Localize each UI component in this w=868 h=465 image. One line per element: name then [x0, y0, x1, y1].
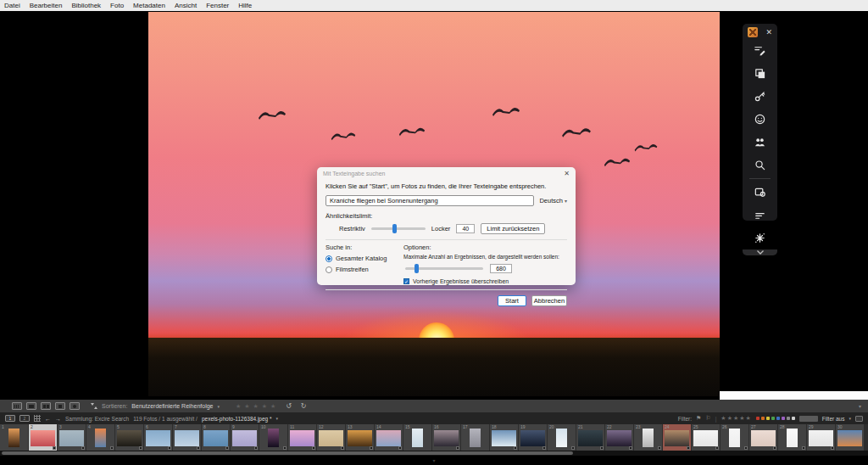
filmstrip-thumbnail[interactable]: 16	[432, 424, 460, 451]
filmstrip-thumbnail[interactable]: 25	[692, 424, 720, 451]
filmstrip-thumbnail[interactable]: 24	[663, 424, 691, 451]
similarity-value-field[interactable]: 40	[456, 224, 475, 233]
max-results-slider[interactable]	[405, 267, 483, 270]
filmstrip-thumbnail[interactable]: 3	[58, 424, 86, 451]
grid-view-icon[interactable]	[12, 402, 22, 410]
compare-view-icon[interactable]	[41, 402, 51, 410]
find-duplicates-icon[interactable]	[743, 62, 777, 85]
filmstrip-thumbnail[interactable]: 7	[173, 424, 201, 451]
collection-breadcrumb[interactable]: Sammlung: Excire Search	[65, 416, 129, 422]
color-label-dot[interactable]	[766, 417, 770, 420]
survey-view-icon[interactable]	[55, 402, 65, 410]
thumbnail-badge-icon	[658, 446, 661, 450]
filmstrip-thumbnail[interactable]: 1	[0, 424, 28, 451]
rating-stars[interactable]: ★ ★ ★ ★ ★	[236, 403, 276, 410]
start-button[interactable]: Start	[498, 295, 526, 306]
filmstrip-thumbnail[interactable]: 2	[29, 424, 57, 451]
color-label-dot[interactable]	[771, 417, 775, 420]
filmstrip-thumbnail[interactable]: 28	[778, 424, 806, 451]
sort-direction-icon[interactable]	[91, 402, 97, 411]
filmstrip-thumbnail[interactable]: 4	[86, 424, 114, 451]
menu-bearbeiten[interactable]: Bearbeiten	[30, 2, 63, 9]
language-dropdown[interactable]: Deutsch ▾	[539, 197, 567, 204]
filmstrip-thumbnail[interactable]: 17	[461, 424, 489, 451]
filmstrip-thumbnail[interactable]: 26	[721, 424, 748, 451]
menu-foto[interactable]: Foto	[110, 2, 124, 9]
grid-shortcut-icon[interactable]	[34, 415, 41, 422]
people-search-icon[interactable]	[743, 131, 777, 154]
menu-metadaten[interactable]: Metadaten	[133, 2, 165, 9]
filmstrip-thumbnail[interactable]: 5	[115, 424, 143, 451]
panel-collapse-chevron[interactable]	[743, 249, 777, 255]
filter-preset-dropdown[interactable]: Filter aus	[822, 416, 845, 422]
max-results-slider-thumb[interactable]	[415, 264, 419, 273]
filmstrip-thumbnail[interactable]: 20	[548, 424, 576, 451]
similarity-slider-thumb[interactable]	[392, 224, 397, 233]
menu-fenster[interactable]: Fenster	[206, 2, 229, 9]
filmstrip-thumbnail[interactable]: 15	[403, 424, 431, 451]
color-label-dot[interactable]	[792, 417, 795, 420]
color-label-dot[interactable]	[776, 417, 780, 420]
filmstrip-thumbnail[interactable]: 18	[490, 424, 518, 451]
menu-ansicht[interactable]: Ansicht	[175, 2, 197, 9]
search-by-example-icon[interactable]	[743, 181, 777, 204]
main-monitor-icon[interactable]: 1	[5, 415, 15, 422]
current-filename[interactable]: pexels-photo-1126384.jpeg *	[202, 416, 272, 422]
filmstrip-thumbnail[interactable]: 19	[519, 424, 547, 451]
keyword-search-icon[interactable]	[743, 85, 777, 108]
custom-label-filter[interactable]	[799, 416, 818, 422]
toolbar-options-chevron[interactable]: ▾	[859, 403, 861, 409]
reset-limit-button[interactable]: Limit zurücksetzen	[481, 223, 545, 234]
reject-flag-icon[interactable]: ⚐	[705, 415, 710, 422]
face-search-icon[interactable]	[743, 108, 777, 131]
menu-bibliothek[interactable]: Bibliothek	[71, 2, 101, 9]
next-photo-icon[interactable]: →	[55, 416, 61, 422]
max-results-value-field[interactable]: 680	[490, 264, 512, 273]
rotate-left-icon[interactable]: ↺	[286, 402, 292, 410]
search-text-input[interactable]	[326, 195, 534, 206]
color-label-dot[interactable]	[761, 417, 765, 420]
color-label-dot[interactable]	[782, 417, 785, 420]
similarity-slider[interactable]	[371, 227, 426, 230]
loupe-view-icon[interactable]	[26, 402, 36, 410]
filmstrip-thumbnail[interactable]: 29	[807, 424, 835, 451]
filmstrip-thumbnail[interactable]: 27	[749, 424, 777, 451]
sort-order-dropdown[interactable]: Benutzerdefinierte Reihenfolge	[131, 403, 213, 409]
radio-whole-catalog[interactable]: Gesamter Katalog	[326, 255, 403, 262]
filmstrip-scrollbar-thumb[interactable]	[2, 451, 573, 455]
menu-datei[interactable]: Datei	[4, 2, 20, 9]
second-monitor-icon[interactable]: 2	[19, 415, 30, 422]
search-icon[interactable]	[743, 154, 777, 176]
filmstrip-thumbnail[interactable]: 9	[231, 424, 259, 451]
cancel-button[interactable]: Abbrechen	[531, 295, 567, 306]
rotate-right-icon[interactable]: ↻	[301, 402, 307, 410]
filmstrip-thumbnail[interactable]: 30	[836, 424, 864, 451]
filmstrip-thumbnail[interactable]: 14	[375, 424, 403, 451]
radio-filmstrip[interactable]: Filmstreifen	[326, 266, 403, 273]
keyword-edit-icon[interactable]	[743, 39, 777, 62]
close-icon[interactable]: ✕	[564, 170, 570, 177]
previous-photo-icon[interactable]: ←	[45, 416, 51, 422]
filmstrip-thumbnail[interactable]: 11	[288, 424, 316, 451]
overwrite-results-checkbox[interactable]: ✓ Vorherige Ergebnisse überschreiben	[403, 278, 559, 284]
filter-toggle-icon[interactable]	[855, 416, 863, 422]
filmstrip-thumbnail[interactable]: 12	[317, 424, 345, 451]
filmstrip-thumbnail[interactable]: 13	[346, 424, 374, 451]
rating-filter-stars[interactable]: ★★★★★	[721, 415, 751, 422]
color-label-dot[interactable]	[756, 417, 760, 420]
people-view-icon[interactable]	[70, 402, 80, 410]
filmstrip-thumbnail[interactable]: 8	[202, 424, 230, 451]
filmstrip-thumbnail[interactable]: 22	[605, 424, 633, 451]
pick-flag-icon[interactable]: ⚑	[696, 415, 701, 422]
result-list-icon[interactable]	[743, 204, 777, 227]
filmstrip-collapse-chevron[interactable]: ▾	[432, 457, 435, 463]
filmstrip-thumbnail[interactable]: 6	[144, 424, 172, 451]
menu-hilfe[interactable]: Hilfe	[238, 2, 252, 9]
color-label-dot[interactable]	[787, 417, 790, 420]
filmstrip-thumbnail[interactable]: 10	[259, 424, 287, 451]
filmstrip-thumbnail[interactable]: 21	[576, 424, 604, 451]
filmstrip-thumbnail[interactable]: 23	[634, 424, 662, 451]
color-label-filters[interactable]	[756, 417, 795, 420]
auto-magic-icon[interactable]	[743, 227, 777, 249]
close-icon[interactable]: ✕	[765, 29, 772, 36]
